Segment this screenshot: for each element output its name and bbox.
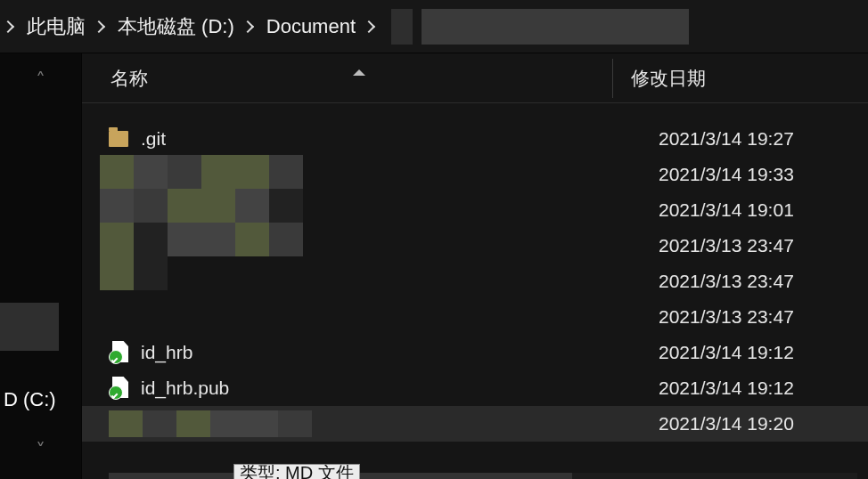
nav-scroll-up[interactable]: ˄ xyxy=(36,69,45,93)
key-file-icon xyxy=(109,377,128,400)
chevron-right-icon xyxy=(363,20,375,32)
redaction-overlay xyxy=(100,155,332,290)
breadcrumb-item-pc[interactable]: 此电脑 xyxy=(21,0,91,53)
file-modified: 2021/3/14 19:12 xyxy=(641,342,868,363)
sort-ascending-icon xyxy=(353,69,365,76)
column-name-label: 名称 xyxy=(111,68,148,88)
file-name: id_hrb xyxy=(141,342,192,363)
file-modified: 2021/3/13 23:47 xyxy=(641,271,868,292)
column-header: 名称 修改日期 xyxy=(82,53,868,103)
file-modified: 2021/3/14 19:20 xyxy=(641,413,868,434)
nav-tree: ˄ D (C:) ˅ xyxy=(0,53,82,479)
column-name[interactable]: 名称 xyxy=(82,66,612,91)
file-modified: 2021/3/14 19:27 xyxy=(641,128,868,150)
column-modified[interactable]: 修改日期 xyxy=(613,66,868,91)
horizontal-scrollbar[interactable] xyxy=(109,473,857,479)
list-item[interactable]: 2021/3/13 23:47 xyxy=(82,299,868,335)
file-modified: 2021/3/13 23:47 xyxy=(641,306,868,328)
breadcrumb-redacted xyxy=(391,9,413,45)
file-name: .git xyxy=(141,128,166,150)
chevron-right-icon xyxy=(242,20,254,32)
tooltip: 类型: MD 文件 xyxy=(233,464,360,479)
list-item[interactable]: .git 2021/3/14 19:27 xyxy=(82,121,868,157)
nav-item-redacted[interactable] xyxy=(0,303,59,351)
key-file-icon xyxy=(109,341,128,364)
list-item[interactable]: id_hrb 2021/3/14 19:12 xyxy=(82,335,868,370)
chevron-right-icon xyxy=(93,20,105,32)
breadcrumb-item-drive-d[interactable]: 本地磁盘 (D:) xyxy=(112,0,240,53)
breadcrumb: 此电脑 本地磁盘 (D:) Document xyxy=(0,0,868,53)
nav-scroll-down[interactable]: ˅ xyxy=(36,440,45,463)
file-modified: 2021/3/13 23:47 xyxy=(641,235,868,256)
file-panel: 名称 修改日期 .git 2021/3/14 19:27 2021/3/14 1… xyxy=(82,53,868,479)
file-list: .git 2021/3/14 19:27 2021/3/14 19:33 202… xyxy=(82,103,868,479)
file-modified: 2021/3/14 19:12 xyxy=(641,378,868,399)
breadcrumb-redacted xyxy=(422,9,689,45)
list-item[interactable]: id_hrb.pub 2021/3/14 19:12 xyxy=(82,370,868,406)
file-modified: 2021/3/14 19:33 xyxy=(641,164,868,185)
list-item[interactable]: 2021/3/14 19:20 xyxy=(82,406,868,442)
breadcrumb-item-document[interactable]: Document xyxy=(261,0,361,53)
file-modified: 2021/3/14 19:01 xyxy=(641,199,868,221)
chevron-right-icon xyxy=(2,20,14,32)
body: ˄ D (C:) ˅ 名称 修改日期 .git 2021/3/14 19:27 xyxy=(0,53,868,479)
folder-icon xyxy=(109,131,128,147)
file-name: id_hrb.pub xyxy=(141,378,229,399)
nav-item-drive-c[interactable]: D (C:) xyxy=(0,376,80,424)
